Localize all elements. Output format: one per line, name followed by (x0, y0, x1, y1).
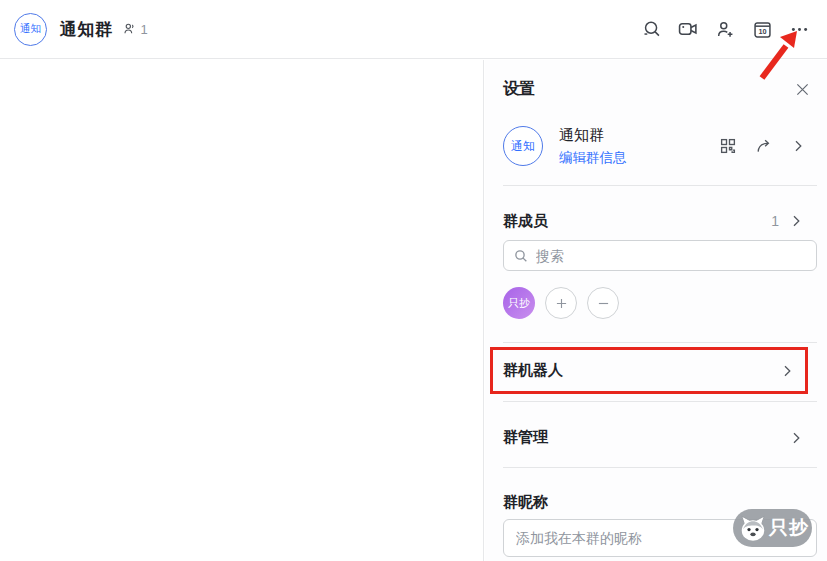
member-row: 只抄 (503, 287, 817, 319)
qr-code-icon[interactable] (718, 136, 738, 156)
member-count-indicator: 1 (122, 21, 148, 37)
topbar-actions: 10 (639, 17, 811, 41)
settings-panel: 设置 通知 通知群 编辑群信息 (485, 60, 827, 561)
group-members-count: 1 (771, 213, 779, 229)
group-nickname-input[interactable] (516, 530, 804, 546)
group-members-row[interactable]: 群成员 1 (503, 212, 817, 230)
search-icon[interactable] (639, 17, 663, 41)
settings-header: 设置 (503, 80, 817, 99)
divider (503, 401, 817, 402)
video-call-icon[interactable] (676, 17, 700, 41)
member-avatar[interactable]: 只抄 (503, 287, 535, 319)
divider (503, 185, 817, 186)
group-avatar-large-text: 通知 (511, 138, 535, 155)
edit-group-info-link[interactable]: 编辑群信息 (559, 149, 627, 167)
chat-content-area (0, 60, 484, 561)
chevron-right-icon (788, 430, 804, 446)
chevron-right-icon (788, 213, 804, 229)
topbar: 通知 通知群 1 (0, 0, 827, 59)
member-count-value: 1 (141, 22, 148, 37)
group-nickname-label: 群昵称 (503, 493, 817, 511)
group-avatar-text: 通知 (20, 22, 41, 36)
member-avatar-text: 只抄 (508, 296, 530, 311)
group-nickname-field (503, 519, 817, 557)
group-avatar-large: 通知 (503, 126, 543, 166)
divider (503, 342, 817, 343)
group-management-label: 群管理 (503, 428, 548, 447)
group-meta: 通知群 编辑群信息 (559, 126, 627, 167)
chevron-right-icon[interactable] (790, 138, 806, 154)
group-info-row[interactable]: 通知 通知群 编辑群信息 (503, 126, 817, 166)
group-robots-label: 群机器人 (503, 361, 563, 380)
add-member-icon[interactable] (713, 17, 737, 41)
member-search-box (503, 240, 817, 271)
remove-member-button[interactable] (587, 287, 619, 319)
group-management-row[interactable]: 群管理 (503, 428, 817, 447)
settings-title: 设置 (503, 79, 535, 100)
members-icon (122, 21, 138, 37)
divider (503, 467, 817, 468)
calendar-icon[interactable]: 10 (750, 17, 774, 41)
group-members-label: 群成员 (503, 212, 548, 231)
more-icon[interactable] (787, 17, 811, 41)
group-info-actions (718, 136, 806, 156)
group-avatar: 通知 (14, 13, 47, 46)
search-icon (513, 248, 529, 264)
group-title: 通知群 (60, 18, 113, 41)
add-member-button[interactable] (545, 287, 577, 319)
group-robots-row-highlighted[interactable]: 群机器人 (490, 347, 808, 394)
share-icon[interactable] (754, 136, 774, 156)
close-icon[interactable] (793, 80, 812, 99)
member-search-input[interactable] (536, 248, 807, 264)
chevron-right-icon (779, 363, 795, 379)
calendar-day-number: 10 (758, 27, 766, 36)
group-name: 通知群 (559, 126, 627, 145)
